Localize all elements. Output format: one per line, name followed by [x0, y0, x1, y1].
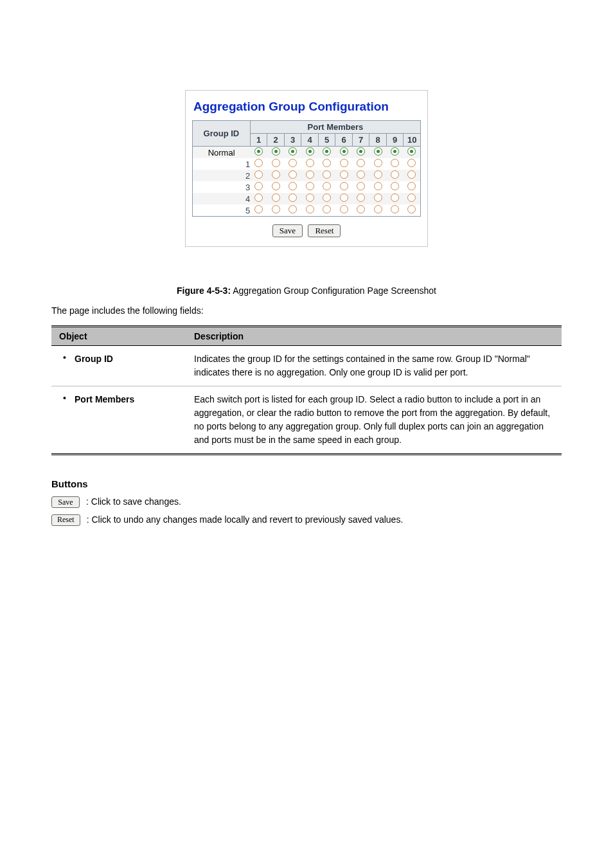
figure-caption: Figure 4-5-3: Aggregation Group Configur…	[51, 285, 562, 296]
save-button-inline[interactable]: Save	[51, 496, 80, 508]
port-radio[interactable]	[407, 182, 416, 190]
port-radio[interactable]	[374, 194, 382, 202]
port-header-1: 1	[250, 134, 267, 147]
reset-action-line: Reset : Click to undo any changes made l…	[51, 514, 562, 527]
intro-paragraph: The page includes the following fields:	[51, 305, 562, 316]
port-radio[interactable]	[289, 147, 297, 156]
port-radio[interactable]	[254, 182, 263, 190]
port-radio[interactable]	[374, 205, 382, 213]
port-radio[interactable]	[254, 159, 263, 167]
port-radio[interactable]	[323, 205, 331, 213]
save-button[interactable]: Save	[272, 224, 303, 237]
port-radio[interactable]	[272, 194, 280, 202]
port-radio[interactable]	[306, 194, 314, 202]
panel-title: Aggregation Group Configuration	[192, 97, 421, 120]
table-row: 1	[193, 158, 421, 170]
port-radio[interactable]	[323, 159, 331, 167]
group-id-label: 5	[193, 204, 251, 217]
description-row: •Group IDIndicates the group ID for the …	[51, 346, 562, 386]
figure-caption-prefix: Figure 4-5-3:	[177, 285, 231, 296]
port-radio[interactable]	[323, 182, 331, 190]
port-radio[interactable]	[254, 170, 263, 179]
port-radio[interactable]	[289, 159, 297, 167]
port-radio[interactable]	[289, 182, 297, 190]
reset-action-text: : Click to undo any changes made locally…	[87, 514, 404, 527]
port-radio[interactable]	[407, 159, 416, 167]
port-radio[interactable]	[289, 194, 297, 202]
port-radio[interactable]	[340, 170, 348, 179]
port-radio[interactable]	[306, 159, 314, 167]
port-radio[interactable]	[357, 205, 365, 213]
description-table: Object Description •Group IDIndicates th…	[51, 325, 562, 455]
port-radio[interactable]	[254, 147, 263, 156]
aggregation-table: Group ID Port Members 12345678910 Normal…	[192, 120, 421, 217]
group-id-label: 2	[193, 170, 251, 181]
group-id-label: 1	[193, 158, 251, 170]
port-radio[interactable]	[340, 205, 348, 213]
buttons-section-title: Buttons	[51, 478, 562, 489]
group-id-label: Normal	[193, 147, 251, 159]
table-row: 3	[193, 181, 421, 193]
object-label: Group ID	[75, 354, 113, 364]
port-radio[interactable]	[407, 147, 416, 156]
port-radio[interactable]	[306, 147, 314, 156]
table-row: Normal	[193, 147, 421, 159]
object-description: Indicates the group ID for the settings …	[186, 346, 562, 386]
port-radio[interactable]	[340, 159, 348, 167]
port-radio[interactable]	[391, 182, 399, 190]
object-description: Each switch port is listed for each grou…	[186, 386, 562, 455]
port-radio[interactable]	[391, 170, 399, 179]
port-radio[interactable]	[357, 147, 365, 156]
port-header-10: 10	[404, 134, 421, 147]
port-radio[interactable]	[374, 159, 382, 167]
port-radio[interactable]	[374, 182, 382, 190]
col-port-members: Port Members	[250, 121, 420, 134]
port-radio[interactable]	[374, 147, 382, 156]
port-radio[interactable]	[391, 147, 399, 156]
port-radio[interactable]	[340, 182, 348, 190]
port-radio[interactable]	[340, 147, 348, 156]
port-header-5: 5	[318, 134, 335, 147]
port-radio[interactable]	[407, 205, 416, 213]
port-radio[interactable]	[391, 194, 399, 202]
port-radio[interactable]	[272, 205, 280, 213]
port-radio[interactable]	[323, 170, 331, 179]
port-header-8: 8	[369, 134, 387, 147]
reset-button-inline[interactable]: Reset	[51, 514, 80, 526]
table-row: 4	[193, 193, 421, 204]
figure-caption-text: Aggregation Group Configuration Page Scr…	[233, 285, 436, 296]
port-radio[interactable]	[272, 182, 280, 190]
port-radio[interactable]	[357, 170, 365, 179]
port-radio[interactable]	[323, 194, 331, 202]
save-action-text: : Click to save changes.	[86, 496, 181, 509]
port-radio[interactable]	[407, 194, 416, 202]
port-radio[interactable]	[306, 170, 314, 179]
port-radio[interactable]	[407, 170, 416, 179]
port-header-9: 9	[386, 134, 404, 147]
port-radio[interactable]	[254, 205, 263, 213]
port-radio[interactable]	[289, 170, 297, 179]
reset-button[interactable]: Reset	[308, 224, 341, 237]
port-radio[interactable]	[289, 205, 297, 213]
port-radio[interactable]	[357, 182, 365, 190]
port-radio[interactable]	[254, 194, 263, 202]
port-radio[interactable]	[357, 194, 365, 202]
table-row: 2	[193, 170, 421, 181]
port-radio[interactable]	[374, 170, 382, 179]
object-label: Port Members	[75, 394, 134, 404]
port-radio[interactable]	[272, 147, 280, 156]
port-radio[interactable]	[340, 194, 348, 202]
port-radio[interactable]	[272, 170, 280, 179]
col-group-id: Group ID	[193, 121, 251, 147]
port-radio[interactable]	[306, 205, 314, 213]
port-radio[interactable]	[272, 159, 280, 167]
port-radio[interactable]	[323, 147, 331, 156]
group-id-label: 4	[193, 193, 251, 204]
port-radio[interactable]	[306, 182, 314, 190]
aggregation-config-panel: Aggregation Group Configuration Group ID…	[185, 90, 428, 247]
description-row: •Port MembersEach switch port is listed …	[51, 386, 562, 455]
port-header-2: 2	[267, 134, 285, 147]
port-radio[interactable]	[357, 159, 365, 167]
port-radio[interactable]	[391, 159, 399, 167]
port-radio[interactable]	[391, 205, 399, 213]
